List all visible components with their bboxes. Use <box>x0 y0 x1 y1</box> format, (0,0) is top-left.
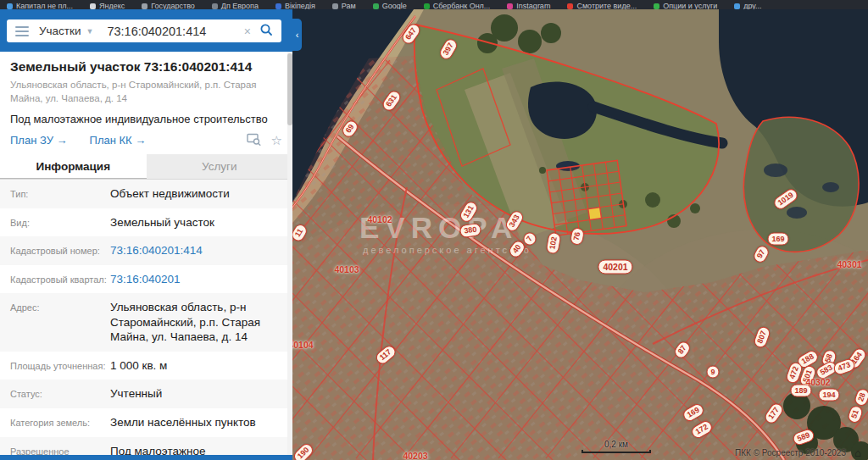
row-value: Под малоэтажное индивидуальное строитель… <box>110 444 282 456</box>
tab-information[interactable]: Информация <box>0 154 147 179</box>
bookmark-label: Вікіпедія <box>285 2 315 9</box>
bookmark-item[interactable]: Опции и услуги <box>654 2 717 9</box>
row-label: Разрешенное использование: <box>10 444 110 456</box>
parcel-label[interactable]: 343 <box>504 208 526 233</box>
bookmark-label: Google <box>382 2 407 9</box>
parcel-label[interactable]: 28 <box>854 387 868 407</box>
bookmark-item[interactable]: Рам <box>332 2 356 9</box>
row-label: Категория земель: <box>10 415 110 430</box>
map-canvas[interactable]: EVROPA девелоперское агентство 647397631… <box>288 9 868 460</box>
favicon-icon <box>332 3 338 9</box>
search-icon[interactable] <box>259 23 273 40</box>
parcel-label[interactable]: 473 <box>832 357 857 377</box>
bookmark-label: Рам <box>342 2 356 9</box>
parcel-label[interactable]: 172 <box>689 418 714 441</box>
bookmark-label: Капитал не пл... <box>16 2 73 9</box>
parcel-label[interactable]: 169 <box>767 233 788 246</box>
favorite-star-icon[interactable]: ☆ <box>271 134 282 147</box>
bookmark-label: Яндекс <box>99 2 125 9</box>
bookmark-label: Instagram <box>516 2 550 9</box>
parcel-label[interactable]: 194 <box>818 389 839 402</box>
page-title: Земельный участок 73:16:040201:414 <box>10 59 282 75</box>
bookmark-item[interactable]: Instagram <box>507 2 550 9</box>
menu-icon[interactable] <box>15 26 29 36</box>
panel-tabs: Информация Услуги <box>0 154 292 180</box>
bookmark-label: дру... <box>743 2 761 9</box>
collapse-panel-button[interactable]: ‹ <box>292 19 302 51</box>
table-row: Адрес:Ульяновская область, р-н Старомайн… <box>0 293 292 352</box>
parcel-label[interactable]: 40201 <box>598 260 632 274</box>
table-row: Вид:Земельный участок <box>0 208 292 237</box>
parcel-label[interactable]: 131 <box>458 199 480 224</box>
scale-line <box>581 450 651 453</box>
parcel-label[interactable]: 40102 <box>367 214 392 224</box>
favicon-icon <box>212 3 218 9</box>
favicon-icon <box>275 3 281 9</box>
row-value: Объект недвижимости <box>110 186 282 202</box>
parcel-label[interactable]: 169 <box>681 402 705 424</box>
bookmark-item[interactable]: Смотрите виде... <box>567 2 637 9</box>
parcel-label[interactable]: 397 <box>437 36 459 61</box>
search-input[interactable]: 73:16:040201:414 <box>107 25 243 38</box>
parcel-label[interactable]: 40302 <box>805 377 830 387</box>
table-row: Категория земель:Земли населённых пункто… <box>0 408 292 437</box>
parcel-label[interactable]: 1019 <box>771 186 799 212</box>
parcel-label[interactable]: 40203 <box>403 451 427 460</box>
parcel-label[interactable]: 11 <box>290 223 309 243</box>
bookmark-item[interactable]: дру... <box>734 2 761 9</box>
parcel-label[interactable]: 40103 <box>334 264 359 274</box>
favicon-icon <box>142 3 147 9</box>
bookmark-item[interactable]: Яндекс <box>90 2 125 9</box>
home-icon[interactable]: ⌂ <box>854 447 861 458</box>
parcel-label[interactable]: 117 <box>374 343 398 366</box>
row-value[interactable]: 73:16:040201:414 <box>110 243 282 258</box>
bookmark-item[interactable]: Государство <box>142 2 195 9</box>
bookmark-item[interactable]: Капитал не пл... <box>7 2 73 9</box>
search-header: Участки ▼ 73:16:040201:414 × <box>0 9 292 52</box>
row-value: 1 000 кв. м <box>110 358 282 374</box>
parcel-label[interactable]: 190 <box>292 441 315 460</box>
parcel-label[interactable]: 589 <box>792 428 816 447</box>
tab-services[interactable]: Услуги <box>147 154 293 179</box>
parcel-label[interactable]: 102 <box>545 231 561 254</box>
parcel-label[interactable]: 177 <box>763 401 786 425</box>
row-label: Статус: <box>10 386 110 402</box>
parcel-label[interactable]: 380 <box>459 223 482 238</box>
favicon-icon <box>507 3 513 9</box>
bookmark-label: Дп Европа <box>221 2 259 9</box>
panel-scrollbar[interactable] <box>287 52 292 455</box>
bookmark-item[interactable]: Google <box>373 2 407 9</box>
permitted-use-text: Под малоэтажное индивидуальное строитель… <box>10 113 282 125</box>
parcel-label[interactable]: 87 <box>672 340 693 361</box>
scale-label: 0,2 км <box>604 440 628 449</box>
bookmark-item[interactable]: Сбербанк Онл... <box>424 2 491 9</box>
plan-zu-link[interactable]: План ЗУ → <box>10 134 68 147</box>
table-row: Кадастровый номер:73:16:040201:414 <box>0 236 292 265</box>
parcel-label[interactable]: 76 <box>570 227 585 246</box>
parcel-label[interactable]: 51 <box>847 404 865 424</box>
clear-search-icon[interactable]: × <box>244 25 251 38</box>
row-label: Кадастровый номер: <box>10 243 110 258</box>
row-label: Кадастровый квартал: <box>10 272 110 287</box>
search-category-select[interactable]: Участки <box>39 25 81 37</box>
parcel-label[interactable]: 97 <box>752 244 771 265</box>
row-label: Вид: <box>10 215 110 230</box>
scrollbar-thumb[interactable] <box>287 53 292 125</box>
parcel-label[interactable]: 807 <box>753 325 772 350</box>
plan-kk-link[interactable]: План КК → <box>90 134 147 147</box>
chevron-down-icon[interactable]: ▼ <box>86 27 94 36</box>
table-row: Площадь уточненная:1 000 кв. м <box>0 352 292 380</box>
search-box[interactable]: Участки ▼ 73:16:040201:414 × <box>7 19 281 42</box>
row-value: Земельный участок <box>110 215 282 230</box>
preview-icon[interactable] <box>247 133 261 147</box>
parcel-label[interactable]: 69 <box>340 119 360 140</box>
row-value[interactable]: 73:16:040201 <box>110 272 282 287</box>
bookmark-item[interactable]: Дп Европа <box>212 2 259 9</box>
parcel-label[interactable]: 647 <box>400 21 423 46</box>
table-row: Тип:Объект недвижимости <box>0 180 292 208</box>
parcel-label[interactable]: 9 <box>706 366 719 379</box>
favicon-icon <box>373 3 379 9</box>
parcel-label[interactable]: 40301 <box>837 259 861 269</box>
parcel-label[interactable]: 631 <box>381 88 403 113</box>
bookmark-item[interactable]: Вікіпедія <box>275 2 315 9</box>
